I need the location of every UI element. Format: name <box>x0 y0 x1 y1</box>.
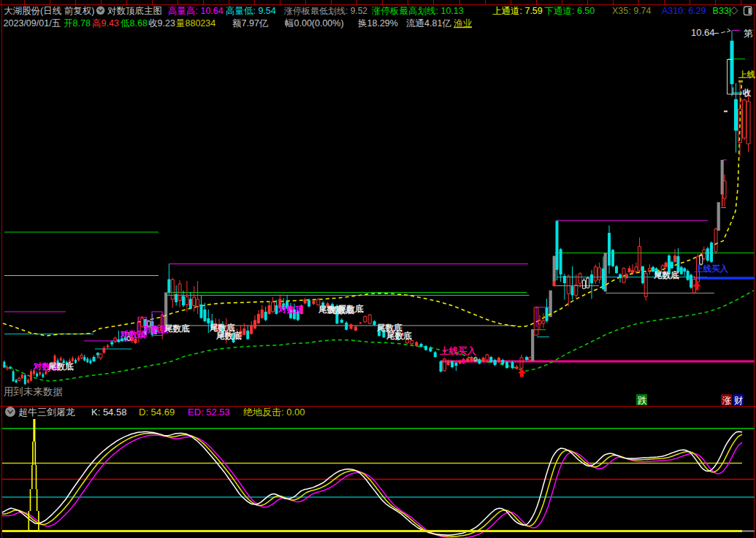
svg-text:尾数底: 尾数底 <box>164 323 190 334</box>
svg-text:用到未来数据: 用到未来数据 <box>4 386 63 397</box>
svg-text:高9.43: 高9.43 <box>92 18 119 28</box>
svg-text:10.64: 10.64 <box>691 27 715 38</box>
svg-text:上线: 上线 <box>738 70 756 79</box>
svg-text:A310: 6.29: A310: 6.29 <box>662 6 706 16</box>
svg-text:对数顶底主图: 对数顶底主图 <box>107 6 162 16</box>
svg-text:第: 第 <box>744 28 753 39</box>
svg-text:流通4.81亿: 流通4.81亿 <box>406 18 451 28</box>
svg-text:尾数底: 尾数底 <box>215 331 242 341</box>
svg-text:绝地反击: 0.00: 绝地反击: 0.00 <box>243 407 305 418</box>
svg-text:上线买入: 上线买入 <box>440 346 477 356</box>
svg-text:大湖股份(日线 前复权): 大湖股份(日线 前复权) <box>4 6 94 16</box>
svg-text:收9.23: 收9.23 <box>148 18 175 28</box>
svg-text:ED: 52.53: ED: 52.53 <box>188 407 230 418</box>
svg-text:渔业: 渔业 <box>454 18 473 28</box>
svg-text:额7.97亿: 额7.97亿 <box>232 18 269 28</box>
svg-text:D: 54.69: D: 54.69 <box>139 407 175 418</box>
svg-text:涨停板最低划线: 9.52: 涨停板最低划线: 9.52 <box>283 6 367 16</box>
svg-text:上通道: 7.59: 上通道: 7.59 <box>492 6 543 16</box>
svg-text:下通道: 6.50: 下通道: 6.50 <box>545 6 595 16</box>
svg-text:2023/09/01/五: 2023/09/01/五 <box>4 18 61 28</box>
svg-text:高量高: 10.64: 高量高: 10.64 <box>168 6 224 16</box>
svg-text:开8.78: 开8.78 <box>64 18 91 28</box>
svg-text:超牛三剑屠龙: 超牛三剑屠龙 <box>18 407 75 418</box>
svg-text:对数顶: 对数顶 <box>278 305 304 315</box>
svg-text:涨: 涨 <box>722 396 732 406</box>
svg-text:幅0.00(0.00%): 幅0.00(0.00%) <box>285 18 344 28</box>
svg-text:尾数底: 尾数底 <box>47 361 74 372</box>
svg-text:高量低: 9.54: 高量低: 9.54 <box>226 6 276 16</box>
svg-text:财: 财 <box>734 396 744 406</box>
svg-text:对数顶: 对数顶 <box>120 330 146 339</box>
svg-text:上线买入: 上线买入 <box>694 264 729 274</box>
svg-text:K: 54.58: K: 54.58 <box>91 407 126 418</box>
svg-text:跌: 跌 <box>638 396 647 406</box>
svg-text:尾数底: 尾数底 <box>337 304 364 314</box>
svg-text:量880234: 量880234 <box>176 18 215 28</box>
svg-text:X35: 9.74: X35: 9.74 <box>612 6 652 16</box>
svg-text:尾数底: 尾数底 <box>386 331 412 341</box>
svg-text:收: 收 <box>742 88 752 97</box>
svg-text:尾数底: 尾数底 <box>653 270 679 280</box>
svg-text:涨停板最高划线: 10.13: 涨停板最高划线: 10.13 <box>371 6 464 16</box>
svg-text:B33|: B33| <box>713 6 732 16</box>
svg-text:低8.68: 低8.68 <box>121 18 148 28</box>
svg-text:换18.29%: 换18.29% <box>358 18 398 28</box>
